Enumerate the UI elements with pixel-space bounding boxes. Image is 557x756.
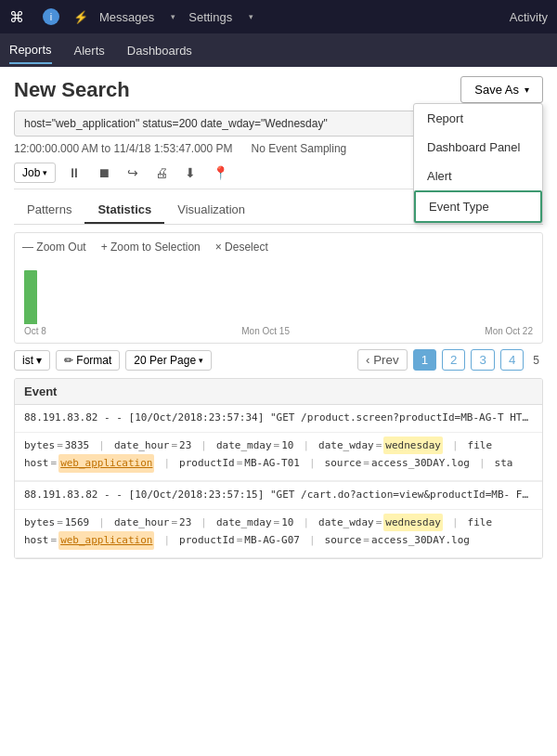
field-bytes-2: bytes = 1569 <box>24 514 89 532</box>
field-datewday-2: date_wday = wednesday <box>318 514 443 532</box>
field-host-1: host = web_application <box>24 454 154 473</box>
x-label-2: Mon Oct 15 <box>241 326 290 336</box>
page-3-button[interactable]: 3 <box>471 349 494 371</box>
dropdown-item-dashboard[interactable]: Dashboard Panel <box>414 133 542 162</box>
event-log-2: 88.191.83.82 - - [10/Oct/2018:23:57:15] … <box>15 482 542 510</box>
dropdown-item-alert[interactable]: Alert <box>414 162 542 190</box>
chart-bars <box>22 259 535 324</box>
page-ellipsis: 5 <box>529 351 543 370</box>
zoom-out-btn[interactable]: — Zoom Out <box>22 241 86 254</box>
info-icon[interactable]: i <box>43 8 59 25</box>
second-nav: Reports Alerts Dashboards <box>0 33 557 67</box>
title-row: New Search Save As ▾ Report Dashboard Pa… <box>14 76 543 103</box>
field-file-2: file <box>468 514 493 532</box>
nav-reports[interactable]: Reports <box>9 37 52 64</box>
dropdown-item-report[interactable]: Report <box>414 104 542 133</box>
field-key-bytes: bytes <box>24 437 55 455</box>
activity-nav[interactable]: Activity <box>510 10 548 24</box>
settings-nav[interactable]: Settings <box>188 10 232 24</box>
chart-x-labels: Oct 8 Mon Oct 15 Mon Oct 22 <box>22 326 535 336</box>
dropdown-item-eventtype[interactable]: Event Type <box>414 190 542 223</box>
page-4-button[interactable]: 4 <box>500 349 524 371</box>
field-productid-1: productId = MB-AG-T01 <box>179 454 300 473</box>
event-fields-2: bytes = 1569 | date_hour = 23 | date_mda… <box>15 510 542 559</box>
job-arrow-icon: ▾ <box>43 168 47 177</box>
field-datehour-1: date_hour = 23 <box>114 437 191 455</box>
messages-nav[interactable]: Messages <box>99 10 154 24</box>
job-label: Job <box>22 166 40 179</box>
save-as-label: Save As <box>474 83 519 97</box>
zoom-selection-btn[interactable]: + Zoom to Selection <box>101 241 201 254</box>
chart-area: — Zoom Out + Zoom to Selection × Deselec… <box>14 232 543 344</box>
event-header: Event <box>15 379 542 405</box>
no-sampling: No Event Sampling <box>252 142 347 155</box>
x-label-3: Mon Oct 22 <box>485 326 533 336</box>
bar-1 <box>24 270 37 324</box>
page-1-button[interactable]: 1 <box>413 349 436 371</box>
field-datehour-2: date_hour = 23 <box>114 514 191 532</box>
field-source-2: source = access_30DAY.log <box>325 531 470 550</box>
field-val-bytes: 3835 <box>65 437 90 455</box>
per-page-button[interactable]: 20 Per Page ▾ <box>125 350 212 371</box>
field-productid-2: productId = MB-AG-G07 <box>179 531 300 550</box>
field-bytes-1: bytes = 3835 <box>24 437 89 455</box>
pin-icon[interactable]: 📍 <box>208 163 233 183</box>
save-as-container: Save As ▾ Report Dashboard Panel Alert E… <box>460 76 543 103</box>
list-label: ist ▾ <box>22 354 42 367</box>
save-as-button[interactable]: Save As ▾ <box>460 76 543 103</box>
format-button[interactable]: ✏ Format <box>56 350 120 371</box>
x-label-1: Oct 8 <box>24 326 46 336</box>
print-icon[interactable]: 🖨 <box>150 163 173 183</box>
top-nav: ⌘ i ⚡ Messages ▾ Settings ▾ Activity <box>0 0 557 33</box>
save-as-arrow-icon: ▾ <box>525 85 529 95</box>
tab-statistics[interactable]: Statistics <box>84 197 164 224</box>
field-datemday-2: date_mday = 10 <box>216 514 293 532</box>
logo-icon: ⌘ <box>9 8 24 26</box>
event-section: Event 88.191.83.82 - - [10/Oct/2018:23:5… <box>14 378 543 559</box>
field-source-1: source = access_30DAY.log <box>325 454 470 473</box>
field-sta-1: sta <box>495 454 513 473</box>
nav-alerts[interactable]: Alerts <box>74 38 105 63</box>
event-fields-1: bytes = 3835 | date_hour = 23 | date_mda… <box>15 433 542 482</box>
field-datewday-1: date_wday = wednesday <box>318 437 443 455</box>
stop-icon[interactable]: ⏹ <box>93 163 115 183</box>
tab-patterns[interactable]: Patterns <box>14 197 84 224</box>
nav-dashboards[interactable]: Dashboards <box>127 38 192 63</box>
pause-icon[interactable]: ⏸ <box>63 163 85 183</box>
format-icon: ✏ <box>64 354 73 367</box>
deselect-btn[interactable]: × Deselect <box>215 241 268 254</box>
page-title: New Search <box>14 78 460 102</box>
format-label: Format <box>76 354 111 367</box>
list-button[interactable]: ist ▾ <box>14 350 50 371</box>
field-datemday-1: date_mday = 10 <box>216 437 293 455</box>
tab-visualization[interactable]: Visualization <box>164 197 258 224</box>
prev-button[interactable]: ‹ Prev <box>357 349 408 371</box>
chart-controls: — Zoom Out + Zoom to Selection × Deselec… <box>22 241 535 254</box>
event-log-1: 88.191.83.82 - - [10/Oct/2018:23:57:34] … <box>15 405 542 433</box>
splunk-icon: ⚡ <box>73 10 88 24</box>
time-range-value: 12:00:00.000 AM to 11/4/18 1:53:47.000 P… <box>14 142 233 155</box>
job-button[interactable]: Job ▾ <box>14 163 56 183</box>
per-page-arrow: ▾ <box>199 356 203 365</box>
share-icon[interactable]: ↪ <box>123 163 143 183</box>
field-host-2: host = web_application <box>24 531 154 550</box>
save-as-dropdown: Report Dashboard Panel Alert Event Type <box>413 103 543 224</box>
per-page-label: 20 Per Page <box>134 354 196 367</box>
main-content: New Search Save As ▾ Report Dashboard Pa… <box>0 67 557 568</box>
export-icon[interactable]: ⬇ <box>180 163 201 183</box>
field-file-1: file <box>468 437 493 455</box>
pagination-bar: ist ▾ ✏ Format 20 Per Page ▾ ‹ Prev 1 2 … <box>14 349 543 371</box>
page-2-button[interactable]: 2 <box>442 349 465 371</box>
